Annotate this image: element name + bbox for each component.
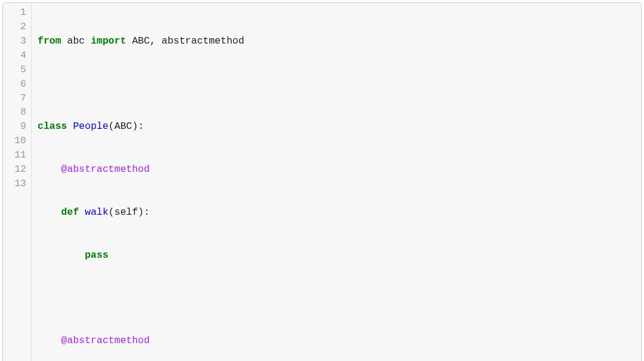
code-cell-1: 1 2 3 4 5 6 7 8 9 10 11 12 13 from abc i… <box>2 2 642 361</box>
code-editor[interactable]: from abc import ABC, abstractmethod clas… <box>32 3 641 361</box>
code-line: from abc import ABC, abstractmethod <box>38 34 635 48</box>
line-number: 11 <box>5 148 26 162</box>
code-line <box>38 77 635 91</box>
line-number: 5 <box>5 63 26 77</box>
code-line: class People(ABC): <box>38 119 635 134</box>
line-number: 3 <box>5 34 26 48</box>
code-line: @abstractmethod <box>38 162 635 177</box>
line-number: 7 <box>5 91 26 106</box>
code-line: pass <box>38 248 635 263</box>
code-line: def walk(self): <box>38 205 635 220</box>
code-line <box>38 291 635 305</box>
line-number: 13 <box>5 177 26 191</box>
line-number-gutter: 1 2 3 4 5 6 7 8 9 10 11 12 13 <box>3 3 32 361</box>
line-number: 8 <box>5 105 26 119</box>
line-number: 6 <box>5 77 26 91</box>
line-number: 12 <box>5 162 26 177</box>
line-number: 4 <box>5 48 26 63</box>
code-line: @abstractmethod <box>38 334 635 348</box>
line-number: 2 <box>5 20 26 34</box>
line-number: 9 <box>5 119 26 134</box>
line-number: 10 <box>5 134 26 148</box>
line-number: 1 <box>5 5 26 20</box>
